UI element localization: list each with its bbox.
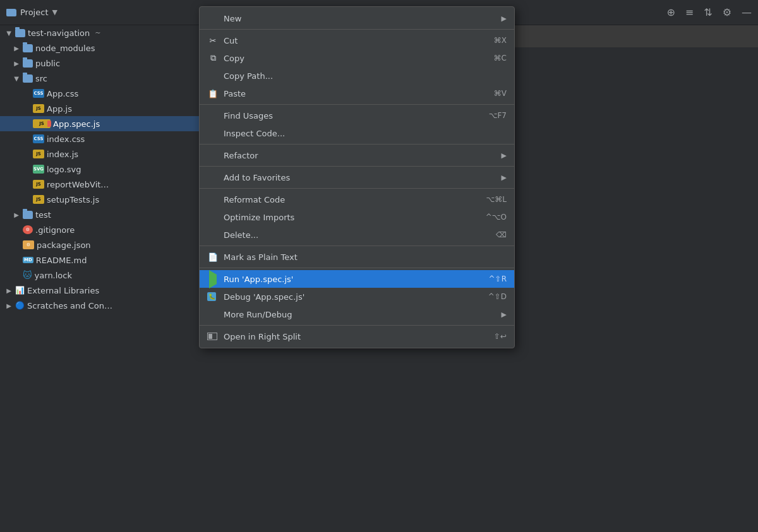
menu-item-new[interactable]: New ▶: [200, 9, 514, 27]
tree-item-external-libraries[interactable]: ▶ 📊 External Libraries: [0, 283, 199, 298]
menu-item-copy-path[interactable]: Copy Path...: [200, 67, 514, 85]
tree-item-setup-tests[interactable]: JS setupTests.js: [0, 192, 199, 207]
favorites-submenu-arrow: ▶: [502, 174, 507, 182]
app-js-label: App.js: [47, 104, 72, 114]
menu-item-reformat[interactable]: Reformat Code ⌥⌘L: [200, 191, 514, 208]
public-label: public: [35, 59, 60, 68]
report-web-vit-label: reportWebVit…: [47, 180, 109, 189]
paste-label: Paste: [224, 89, 489, 98]
root-folder-icon: [15, 29, 25, 37]
tree-item-readme[interactable]: MD README.md: [0, 252, 199, 268]
sep-1: [200, 29, 514, 30]
gitignore-badge: ⚙: [23, 225, 33, 234]
split-view-icon: [207, 333, 217, 340]
minimize-icon[interactable]: —: [742, 6, 752, 18]
tree-item-src[interactable]: ▼ src: [0, 71, 199, 86]
test-label: test: [35, 210, 51, 220]
menu-item-add-favorites[interactable]: Add to Favorites ▶: [200, 168, 514, 186]
css-badge: CSS: [33, 89, 44, 98]
index-css-badge: CSS: [33, 134, 44, 143]
run-icon: [207, 275, 219, 284]
add-content-icon[interactable]: ⊕: [666, 6, 675, 18]
open-split-label: Open in Right Split: [224, 332, 489, 341]
tree-item-app-js[interactable]: JS App.js: [0, 101, 199, 116]
new-label: New: [224, 14, 496, 23]
src-folder-icon: [23, 74, 33, 83]
tree-item-yarn-lock[interactable]: 🐱 yarn.lock: [0, 268, 199, 283]
menu-item-optimize-imports[interactable]: Optimize Imports ^⌥O: [200, 208, 514, 226]
paste-icon: 📋: [207, 89, 219, 98]
test-chevron: ▶: [13, 211, 20, 218]
tree-item-logo-svg[interactable]: SVG logo.svg: [0, 162, 199, 177]
public-chevron: ▶: [13, 59, 20, 67]
menu-item-inspect-code[interactable]: Inspect Code...: [200, 124, 514, 142]
node-modules-chevron: ▶: [13, 44, 20, 52]
root-chevron: ▼: [5, 29, 13, 37]
sep-8: [200, 325, 514, 326]
optimize-label: Optimize Imports: [224, 213, 481, 222]
yarn-icon: 🐱: [23, 270, 32, 280]
menu-item-open-split[interactable]: Open in Right Split ⇧↩: [200, 328, 514, 345]
sort-icon[interactable]: ⇅: [704, 6, 712, 18]
menu-item-delete[interactable]: Delete... ⌫: [200, 226, 514, 244]
tree-item-app-css[interactable]: CSS App.css: [0, 86, 199, 101]
menu-item-more-run[interactable]: More Run/Debug ▶: [200, 305, 514, 323]
inspect-code-label: Inspect Code...: [224, 129, 507, 138]
mark-plain-label: Mark as Plain Text: [224, 252, 507, 262]
context-menu: New ▶ ✂ Cut ⌘X ⧉ Copy ⌘C Copy Path... 📋 …: [199, 6, 515, 348]
tree-item-report-web-vit[interactable]: JS reportWebVit…: [0, 177, 199, 192]
project-label: Project: [20, 8, 48, 17]
sep-7: [200, 268, 514, 268]
menu-item-cut[interactable]: ✂ Cut ⌘X: [200, 32, 514, 49]
paste-shortcut: ⌘V: [494, 89, 507, 98]
mark-plain-icon: 📄: [207, 252, 219, 262]
copy-path-label: Copy Path...: [224, 71, 507, 81]
cut-label: Cut: [224, 36, 489, 45]
readme-label: README.md: [36, 256, 87, 265]
tree-item-index-css[interactable]: CSS index.css: [0, 131, 199, 146]
copy-label: Copy: [224, 54, 489, 63]
menu-item-refactor[interactable]: Refactor ▶: [200, 146, 514, 164]
tree-item-gitignore[interactable]: ⚙ .gitignore: [0, 222, 199, 237]
tree-item-scratches[interactable]: ▶ 🔵 Scratches and Con…: [0, 298, 199, 313]
layout-icon[interactable]: ≡: [685, 6, 694, 18]
tree-item-index-js[interactable]: JS index.js: [0, 146, 199, 162]
menu-item-find-usages[interactable]: Find Usages ⌥F7: [200, 107, 514, 124]
debug-bug-icon: 🐛: [207, 292, 216, 301]
project-panel-header[interactable]: Project ▼: [6, 8, 57, 17]
tree-root[interactable]: ▼ test-navigation ~: [0, 25, 199, 40]
src-chevron: ▼: [13, 74, 20, 82]
package-json-label: package.json: [37, 240, 91, 250]
scratches-chevron: ▶: [5, 302, 13, 309]
tree-item-node-modules[interactable]: ▶ node_modules: [0, 40, 199, 56]
tree-item-package-json[interactable]: ⚙ package.json: [0, 237, 199, 252]
root-label: test-navigation: [28, 28, 90, 38]
menu-item-debug[interactable]: 🐛 Debug 'App.spec.js' ^⇧D: [200, 288, 514, 305]
sep-5: [200, 188, 514, 189]
src-label: src: [35, 74, 47, 83]
menu-item-paste[interactable]: 📋 Paste ⌘V: [200, 85, 514, 102]
ext-lib-icon: 📊: [15, 286, 25, 295]
reformat-shortcut: ⌥⌘L: [486, 195, 507, 204]
run-label: Run 'App.spec.js': [224, 275, 484, 284]
project-folder-icon: [6, 9, 16, 16]
menu-item-copy[interactable]: ⧉ Copy ⌘C: [200, 49, 514, 67]
index-js-badge: JS: [33, 150, 44, 158]
app-css-label: App.css: [47, 89, 78, 98]
settings-icon[interactable]: ⚙: [723, 6, 731, 18]
node-modules-icon: [23, 44, 33, 52]
json-badge: ⚙: [23, 240, 34, 249]
cut-icon: ✂: [207, 36, 219, 45]
sep-6: [200, 245, 514, 246]
menu-item-run[interactable]: Run 'App.spec.js' ^⇧R: [200, 270, 514, 288]
more-run-label: More Run/Debug: [224, 310, 496, 319]
dropdown-chevron[interactable]: ▼: [52, 8, 57, 16]
ext-lib-label: External Libraries: [27, 286, 99, 295]
index-css-label: index.css: [47, 134, 85, 144]
tree-item-app-spec[interactable]: JS App.spec.js: [0, 116, 199, 131]
menu-item-mark-plain[interactable]: 📄 Mark as Plain Text: [200, 248, 514, 266]
tree-item-test[interactable]: ▶ test: [0, 207, 199, 222]
tree-item-public[interactable]: ▶ public: [0, 56, 199, 71]
setup-tests-label: setupTests.js: [47, 195, 99, 204]
cut-shortcut: ⌘X: [494, 36, 507, 45]
